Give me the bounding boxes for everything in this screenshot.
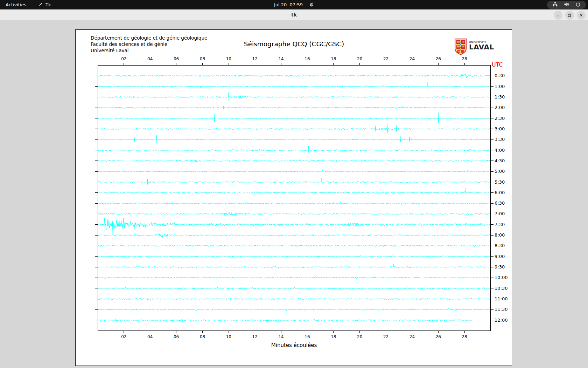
close-icon xyxy=(579,13,583,18)
seismo-trace-5:00 xyxy=(98,170,490,172)
time-label: 4:30 xyxy=(495,158,505,164)
institution-line-1: Département de géologie et de génie géol… xyxy=(91,35,207,41)
x-tick-label-bottom: 14 xyxy=(276,334,286,339)
time-tick-right xyxy=(491,278,493,278)
time-tick-right xyxy=(491,299,493,299)
seismo-trace-7:00 xyxy=(98,212,490,216)
x-tick-label-top: 28 xyxy=(460,56,469,61)
system-status-menu[interactable] xyxy=(547,1,586,9)
universite-laval-logo: UNIVERSITÉ LAVAL xyxy=(455,39,494,55)
close-button[interactable] xyxy=(577,11,586,20)
maximize-button[interactable] xyxy=(565,11,574,20)
time-tick-left xyxy=(95,86,98,87)
time-tick-left xyxy=(95,288,98,288)
x-tick-label-top: 04 xyxy=(146,56,155,61)
seismo-trace-12:00 xyxy=(98,319,472,322)
seismo-trace-10:00 xyxy=(98,277,490,279)
time-tick-right xyxy=(491,161,493,161)
time-label: 9:30 xyxy=(495,264,505,270)
time-tick-right xyxy=(491,171,493,172)
x-tick-label-bottom: 02 xyxy=(119,334,128,339)
x-tick-label-bottom: 16 xyxy=(303,334,312,339)
seismo-trace-1:30 xyxy=(98,93,490,101)
laval-shield-icon xyxy=(455,39,467,55)
time-tick-right xyxy=(491,97,493,97)
x-tick-label-top: 12 xyxy=(250,56,259,61)
x-tick-label-top: 10 xyxy=(224,56,233,61)
time-tick-left xyxy=(95,320,98,320)
x-tick-label-bottom: 04 xyxy=(146,334,155,339)
time-tick-left xyxy=(95,267,98,267)
time-tick-left xyxy=(95,235,98,236)
seismo-trace-2:30 xyxy=(98,113,490,123)
time-tick-left xyxy=(95,97,98,97)
x-tick-bottom xyxy=(307,331,307,333)
institution-line-2: Faculté des sciences et de génie xyxy=(91,41,207,47)
time-tick-left xyxy=(95,129,98,129)
time-tick-right xyxy=(491,288,493,288)
window-title: tk xyxy=(0,9,588,20)
x-tick-bottom xyxy=(386,331,386,333)
x-tick-bottom xyxy=(438,331,439,333)
time-tick-left xyxy=(95,256,98,257)
window-titlebar[interactable]: tk xyxy=(0,9,588,20)
time-label: 6:30 xyxy=(495,200,505,206)
time-tick-right xyxy=(491,139,493,140)
time-label: 3:00 xyxy=(495,126,505,132)
clock-label: Jul 20 07:59 xyxy=(274,2,303,7)
x-tick-label-bottom: 08 xyxy=(198,334,207,339)
time-label: 3:30 xyxy=(495,137,505,142)
time-tick-right xyxy=(491,76,493,76)
x-tick-top xyxy=(255,63,255,65)
x-tick-top xyxy=(124,63,124,65)
seismo-trace-0:30 xyxy=(98,74,490,78)
x-tick-label-bottom: 12 xyxy=(250,334,259,339)
time-label: 8:00 xyxy=(495,232,505,238)
window-content: Département de géologie et de génie géol… xyxy=(0,20,588,368)
network-wired-icon xyxy=(552,2,558,8)
time-tick-right xyxy=(491,203,493,204)
time-tick-right xyxy=(491,267,493,267)
time-tick-right xyxy=(491,309,493,310)
time-tick-left xyxy=(95,192,98,193)
x-tick-top xyxy=(412,63,412,65)
time-tick-left xyxy=(95,76,98,76)
x-tick-label-top: 16 xyxy=(303,56,312,61)
x-tick-label-bottom: 18 xyxy=(329,334,338,339)
seismo-trace-6:30 xyxy=(98,202,490,205)
x-tick-label-top: 08 xyxy=(198,56,207,61)
seismo-trace-3:00 xyxy=(98,124,490,132)
x-tick-bottom xyxy=(281,331,281,333)
utc-axis-title: UTC xyxy=(492,61,503,68)
seismo-trace-9:00 xyxy=(98,255,490,258)
x-tick-bottom xyxy=(176,331,176,333)
x-tick-top xyxy=(150,63,150,65)
seismo-trace-6:00 xyxy=(98,188,490,197)
clock-menu[interactable]: Jul 20 07:59 xyxy=(274,0,314,9)
app-indicator-label: Tk xyxy=(46,2,51,7)
laval-logo-text: UNIVERSITÉ LAVAL xyxy=(469,39,494,50)
minimize-button[interactable] xyxy=(554,11,562,20)
institution-line-3: Université Laval xyxy=(91,47,207,54)
x-tick-label-top: 02 xyxy=(119,56,128,61)
x-tick-label-top: 18 xyxy=(329,56,338,61)
x-tick-top xyxy=(386,63,386,65)
x-tick-bottom xyxy=(412,331,412,333)
time-label: 7:30 xyxy=(495,222,505,227)
app-indicator-tk[interactable]: Tk xyxy=(38,0,51,9)
time-tick-right xyxy=(491,235,493,236)
x-tick-top xyxy=(176,63,176,65)
activities-button[interactable]: Activities xyxy=(6,0,26,9)
maximize-icon xyxy=(567,13,572,18)
time-label: 2:00 xyxy=(495,105,505,110)
institution-block: Département de géologie et de génie géol… xyxy=(91,35,207,54)
time-label: 2:30 xyxy=(495,116,505,121)
time-label: 0:30 xyxy=(495,73,505,79)
time-tick-left xyxy=(95,214,98,214)
x-tick-top xyxy=(229,63,229,65)
time-tick-left xyxy=(95,224,98,225)
x-tick-label-bottom: 10 xyxy=(224,334,233,339)
time-label: 11:00 xyxy=(495,296,507,302)
x-tick-label-bottom: 06 xyxy=(172,334,181,339)
x-tick-label-top: 20 xyxy=(355,56,364,61)
